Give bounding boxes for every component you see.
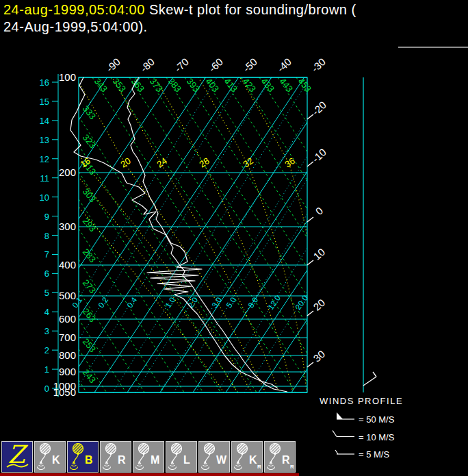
- mixing-ratio-line: [217, 77, 414, 392]
- tool-button-r[interactable]: R: [100, 441, 131, 473]
- temp-label-top: -50: [241, 55, 259, 74]
- wind-full-barb-icon: [333, 431, 337, 437]
- dry-adiabat-line: [79, 229, 298, 476]
- toolbar-accent-strip: [0, 473, 299, 476]
- dry-adiabat-line: [204, 77, 423, 417]
- mixing-ratio-label: 3.0: [210, 296, 223, 310]
- balloon-sounding-icon: R: [101, 442, 131, 472]
- tool-button-k[interactable]: K: [34, 441, 66, 473]
- height-label: 16: [40, 77, 49, 88]
- dry-adiabat-label: 243: [81, 367, 98, 385]
- dry-adiabat-line: [222, 77, 441, 417]
- temp-tick-right: [307, 114, 313, 119]
- dry-adiabat-label: 393: [185, 76, 202, 94]
- temp-tick-right: [307, 217, 313, 222]
- legend-label: = 10 M/S: [359, 432, 395, 442]
- height-label: 12: [40, 154, 49, 164]
- balloon-sounding-icon: K: [35, 442, 65, 472]
- dry-adiabat-line: [315, 77, 468, 417]
- wind-half-barb-icon: [335, 450, 338, 454]
- height-label: 0: [44, 384, 49, 394]
- tool-button-l[interactable]: L: [166, 441, 197, 473]
- dry-adiabat-label: 303: [81, 186, 98, 204]
- pressure-label: 300: [59, 221, 76, 232]
- balloon-sounding-icon: R R: [265, 442, 295, 472]
- svg-text:M: M: [151, 454, 159, 466]
- mixing-ratio-line: [20, 77, 217, 392]
- moist-adiabat-line: [0, 77, 224, 392]
- tool-button-b[interactable]: B: [67, 441, 99, 473]
- dry-adiabat-label: 413: [222, 76, 239, 94]
- mixing-ratio-line: [159, 77, 356, 392]
- wind-flag-icon: [337, 412, 343, 419]
- mixing-ratio-label: 2.0: [186, 296, 199, 310]
- dry-adiabat-label: 293: [81, 216, 98, 234]
- height-label: 4: [44, 307, 49, 317]
- isotherm-line: [0, 31, 40, 396]
- pressure-label: 400: [59, 259, 76, 271]
- moist-adiabat-line: [36, 77, 252, 392]
- moist-adiabat-label: 24: [155, 155, 168, 169]
- mixing-ratio-line: [135, 77, 333, 392]
- isotherm-line: [224, 31, 467, 396]
- skewt-grid: [0, 31, 468, 476]
- svg-text:K: K: [249, 454, 257, 466]
- svg-text:R: R: [257, 464, 261, 470]
- mixing-ratio-label: 0.2: [96, 296, 109, 310]
- tool-button-m[interactable]: M: [133, 441, 164, 473]
- dry-adiabat-line: [296, 77, 468, 417]
- temp-label-right: 30: [311, 348, 327, 364]
- moist-adiabat-label: 28: [197, 155, 211, 169]
- height-label: 3: [44, 326, 49, 336]
- dry-adiabat-label: 453: [296, 76, 313, 94]
- pressure-label: 700: [59, 331, 76, 343]
- height-label: 8: [44, 231, 49, 241]
- isotherm-line: [289, 31, 468, 396]
- dry-adiabat-line: [278, 77, 468, 417]
- zebra-logo-button[interactable]: Z: [1, 441, 33, 473]
- zebra-z-icon: Z: [2, 442, 32, 472]
- wind-barb: [373, 372, 376, 377]
- temp-tick-right: [307, 311, 313, 316]
- mixing-ratio-label: 8.0: [246, 296, 259, 310]
- dry-adiabat-label: 333: [81, 103, 98, 121]
- moist-adiabat-label: 20: [118, 155, 132, 169]
- pressure-label: 200: [59, 166, 76, 178]
- winds-profile-title: WINDS PROFILE: [320, 396, 403, 406]
- temp-label-top: -30: [309, 55, 328, 74]
- height-label: 9: [44, 212, 49, 222]
- height-label: 15: [40, 97, 49, 107]
- temp-tick-right: [307, 162, 313, 166]
- moist-adiabat-line: [155, 77, 293, 392]
- dry-adiabat-label: 423: [241, 76, 258, 94]
- dry-adiabat-line: [241, 77, 460, 417]
- legend-label: = 5 M/S: [359, 449, 389, 460]
- dry-adiabat-label: 343: [92, 76, 109, 94]
- temp-label-right: 10: [311, 246, 327, 262]
- height-label: 1: [44, 364, 49, 375]
- height-label: 6: [44, 268, 49, 279]
- dry-adiabat-label: 443: [278, 76, 295, 94]
- mixing-ratio-line: [46, 77, 243, 392]
- temp-label-right: 0: [313, 205, 326, 217]
- temp-label-top: -80: [138, 55, 157, 74]
- tool-button-r-r[interactable]: R R: [264, 441, 296, 473]
- dry-adiabat-line: [333, 77, 468, 417]
- dry-adiabat-label: 253: [81, 336, 98, 354]
- tool-button-w[interactable]: W: [198, 441, 230, 473]
- mixing-ratio-line: [113, 77, 310, 392]
- balloon-sounding-icon: B: [68, 442, 98, 472]
- tool-button-k-r[interactable]: K R: [231, 441, 263, 473]
- moist-adiabat-line: [240, 77, 321, 392]
- pressure-label: 100: [59, 71, 76, 83]
- temp-tick-right: [307, 260, 313, 265]
- mixing-ratio-line: [174, 77, 371, 392]
- isotherm-line: [0, 31, 7, 396]
- balloon-sounding-icon: L: [166, 442, 196, 472]
- moist-adiabat-line: [18, 77, 237, 392]
- dry-adiabat-line: [79, 145, 298, 476]
- height-label: 2: [44, 345, 49, 355]
- dry-adiabat-line: [352, 77, 468, 417]
- toolbar: Z K B: [1, 441, 296, 473]
- temp-label-top: -90: [104, 55, 122, 74]
